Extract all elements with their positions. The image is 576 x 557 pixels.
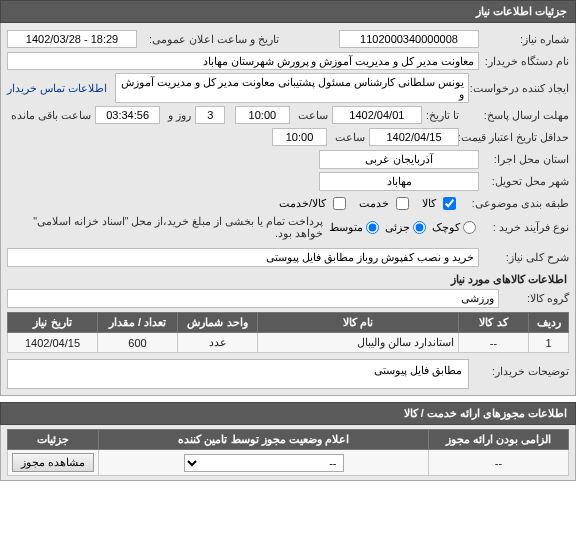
perm-status: -- xyxy=(99,450,429,476)
checkbox-khadamat[interactable] xyxy=(396,197,409,210)
perm-col-details: جزئیات xyxy=(8,430,99,450)
label-khadamat: خدمت xyxy=(359,197,389,210)
value-validity-date: 1402/04/15 xyxy=(369,128,459,146)
value-buyer-org: معاونت مدیر کل و مدیریت آموزش و پرورش شه… xyxy=(7,52,479,70)
value-deadline-date: 1402/04/01 xyxy=(332,106,422,124)
cell-unit: عدد xyxy=(178,333,258,353)
value-buyer-notes: مطابق فایل پیوستی xyxy=(7,359,469,389)
value-time-left: 03:34:56 xyxy=(95,106,160,124)
label-city: شهر محل تحویل: xyxy=(479,175,569,188)
items-table: ردیف کد کالا نام کالا واحد شمارش تعداد /… xyxy=(7,312,569,353)
col-name: نام کالا xyxy=(258,313,459,333)
col-row: ردیف xyxy=(529,313,569,333)
col-date: تاریخ نیاز xyxy=(8,313,98,333)
label-request-creator: ایجاد کننده درخواست: xyxy=(469,82,569,95)
label-goods-group: گروه کالا: xyxy=(499,292,569,305)
cell-name: استاندارد سالن والیبال xyxy=(258,333,459,353)
cell-code: -- xyxy=(459,333,529,353)
col-code: کد کالا xyxy=(459,313,529,333)
value-deadline-time: 10:00 xyxy=(235,106,290,124)
permit-status-select[interactable]: -- xyxy=(184,454,344,472)
label-saat-2: ساعت xyxy=(331,131,365,144)
permits-panel: الزامی بودن ارائه مجوز اعلام وضعیت مجوز … xyxy=(0,425,576,481)
value-announce-dt: 18:29 - 1402/03/28 xyxy=(7,30,137,48)
label-province: استان محل اجرا: xyxy=(479,153,569,166)
perm-col-status: اعلام وضعیت مجوز توسط تامین کننده xyxy=(99,430,429,450)
cell-date: 1402/04/15 xyxy=(8,333,98,353)
label-need-desc: شرح کلی نیاز: xyxy=(479,251,569,264)
col-qty: تعداد / مقدار xyxy=(98,313,178,333)
cell-row: 1 xyxy=(529,333,569,353)
perm-actions: مشاهده مجوز xyxy=(8,450,99,476)
label-saat-baghi: ساعت باقی مانده xyxy=(7,109,91,122)
label-category: طبقه بندی موضوعی: xyxy=(459,197,569,210)
payment-note: پرداخت تمام یا بخشی از مبلغ خرید،از محل … xyxy=(7,215,323,239)
label-purchase-type: نوع فرآیند خرید : xyxy=(476,221,569,234)
value-goods-group: ورزشی xyxy=(7,289,499,308)
value-city: مهاباد xyxy=(319,172,479,191)
col-unit: واحد شمارش xyxy=(178,313,258,333)
label-motavaset: متوسط xyxy=(329,221,363,234)
main-panel: شماره نیاز: 1102000340000008 تاریخ و ساع… xyxy=(0,23,576,396)
label-buyer-notes: توضیحات خریدار: xyxy=(469,359,569,378)
sub-head-items: اطلاعات کالاهای مورد نیاز xyxy=(9,273,567,286)
label-min-validity: حداقل تاریخ اعتبار قیمت: تا تاریخ: xyxy=(459,131,569,144)
label-kuchak: کوچک xyxy=(432,221,460,234)
label-ruz-va: روز و xyxy=(164,109,191,122)
label-kala: کالا xyxy=(422,197,436,210)
label-until-date: تا تاریخ: xyxy=(422,109,459,122)
value-request-creator: یونس سلطانی کارشناس مسئول پشتیبانی معاون… xyxy=(115,73,469,103)
perm-mandatory: -- xyxy=(429,450,569,476)
permit-row: -- -- مشاهده مجوز xyxy=(8,450,569,476)
radio-motavaset[interactable] xyxy=(366,221,379,234)
link-buyer-contact[interactable]: اطلاعات تماس خریدار xyxy=(7,82,107,95)
permits-table: الزامی بودن ارائه مجوز اعلام وضعیت مجوز … xyxy=(7,429,569,476)
checkbox-kala[interactable] xyxy=(443,197,456,210)
label-send-deadline: مهلت ارسال پاسخ: xyxy=(459,109,569,122)
table-row: 1 -- استاندارد سالن والیبال عدد 600 1402… xyxy=(8,333,569,353)
label-buyer-org: نام دستگاه خریدار: xyxy=(479,55,569,68)
cell-qty: 600 xyxy=(98,333,178,353)
value-need-desc: خرید و نصب کفپوش روباز مطابق فایل پیوستی xyxy=(7,248,479,267)
value-need-no: 1102000340000008 xyxy=(339,30,479,48)
checkbox-kala-khadamat[interactable] xyxy=(333,197,346,210)
permits-header: اطلاعات مجوزهای ارائه خدمت / کالا xyxy=(0,402,576,425)
radio-jozi[interactable] xyxy=(413,221,426,234)
radio-kuchak[interactable] xyxy=(463,221,476,234)
label-jozi: جزئی xyxy=(385,221,410,234)
label-need-no: شماره نیاز: xyxy=(479,33,569,46)
label-announce-dt: تاریخ و ساعت اعلان عمومی: xyxy=(145,33,279,46)
view-permit-button[interactable]: مشاهده مجوز xyxy=(12,453,94,472)
perm-col-mandatory: الزامی بودن ارائه مجوز xyxy=(429,430,569,450)
value-province: آذربایجان غربی xyxy=(319,150,479,169)
value-days-left: 3 xyxy=(195,106,225,124)
section-header: جزئیات اطلاعات نیاز xyxy=(0,0,576,23)
value-validity-time: 10:00 xyxy=(272,128,327,146)
label-saat-1: ساعت xyxy=(294,109,328,122)
label-kala-khadamat: کالا/خدمت xyxy=(279,197,326,210)
